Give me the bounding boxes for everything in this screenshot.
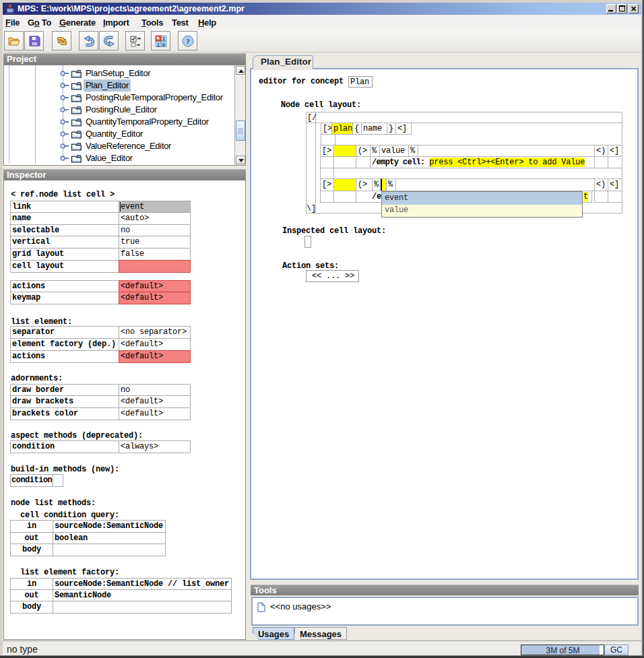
svg-text:1: 1 — [157, 42, 160, 48]
svg-text:?: ? — [186, 37, 190, 45]
svg-text:0: 0 — [162, 42, 166, 48]
